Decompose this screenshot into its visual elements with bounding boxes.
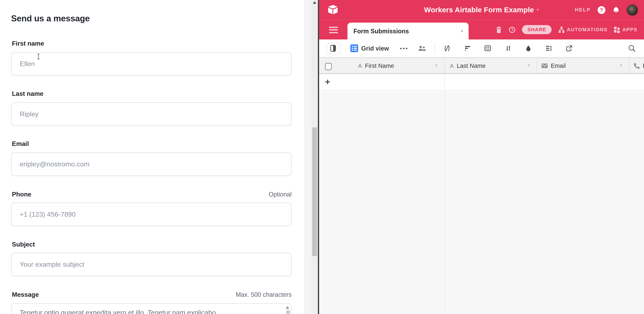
filter-icon[interactable] bbox=[464, 45, 471, 52]
textarea-scroll-up-icon[interactable] bbox=[286, 306, 289, 308]
phone-input[interactable] bbox=[11, 203, 292, 226]
phone-field-type-icon bbox=[633, 62, 640, 69]
contact-form-pane: Send us a message First name Last name E… bbox=[0, 0, 304, 314]
user-avatar[interactable] bbox=[627, 4, 638, 15]
table-tab-caret-icon[interactable]: ▾ bbox=[461, 29, 463, 33]
scrollbar-up-arrow-icon[interactable] bbox=[313, 1, 316, 4]
share-button[interactable]: SHARE bbox=[522, 25, 552, 34]
sidebar-panel-icon bbox=[330, 45, 336, 52]
last-name-input[interactable] bbox=[11, 102, 292, 126]
base-title-caret-icon[interactable]: ▾ bbox=[537, 8, 539, 12]
airtable-topbar: Workers Airtable Form Example ▾ HELP ? bbox=[319, 0, 644, 20]
collaborators-icon[interactable] bbox=[418, 45, 426, 52]
airtable-window: Workers Airtable Form Example ▾ HELP ? F… bbox=[319, 0, 644, 314]
add-row-button[interactable]: + bbox=[325, 77, 330, 86]
subject-label: Subject bbox=[12, 241, 35, 248]
table-tab-form-submissions[interactable]: Form Submissions ▾ bbox=[347, 23, 468, 40]
row-height-icon[interactable] bbox=[545, 45, 552, 52]
message-label: Message bbox=[12, 291, 39, 298]
email-label: Email bbox=[12, 140, 29, 147]
help-question-icon[interactable]: ? bbox=[598, 6, 606, 14]
grid-header-row: A First Name ▾ A Last Name ▾ Email ▾ bbox=[319, 58, 644, 74]
phone-label: Phone bbox=[12, 191, 32, 198]
trash-icon[interactable] bbox=[496, 26, 502, 33]
add-row-row[interactable]: + bbox=[319, 74, 644, 90]
notifications-bell-icon[interactable] bbox=[612, 6, 620, 14]
toolbar-divider bbox=[434, 43, 435, 53]
column-header-last-name[interactable]: A Last Name ▾ bbox=[444, 58, 537, 73]
sidebar-toggle-button[interactable] bbox=[326, 43, 340, 54]
first-name-label: First name bbox=[12, 40, 44, 47]
grid-view-icon[interactable] bbox=[350, 45, 358, 52]
text-field-type-icon: A bbox=[358, 62, 362, 69]
apps-icon bbox=[614, 26, 620, 33]
column-caret-icon[interactable]: ▾ bbox=[620, 63, 622, 67]
message-textarea[interactable]: Tenetur optio quaerat expedita vero et i… bbox=[11, 303, 292, 314]
grid-body bbox=[319, 91, 644, 314]
view-toolbar: Grid view bbox=[319, 40, 644, 58]
column-header-first-name[interactable]: A First Name ▾ bbox=[319, 58, 444, 73]
page-scrollbar-thumb[interactable] bbox=[312, 127, 317, 256]
hide-fields-icon[interactable] bbox=[444, 45, 451, 52]
form-title: Send us a message bbox=[11, 14, 90, 24]
history-icon[interactable] bbox=[508, 26, 516, 34]
airtable-tabbar: Form Submissions ▾ SHARE bbox=[319, 20, 644, 39]
automations-button[interactable]: AUTOMATIONS bbox=[558, 26, 608, 33]
screen: Send us a message First name Last name E… bbox=[0, 0, 644, 314]
column-separator bbox=[444, 74, 445, 90]
email-input[interactable] bbox=[11, 153, 292, 176]
message-text: Tenetur optio quaerat expedita vero et i… bbox=[20, 309, 216, 314]
text-cursor-icon bbox=[38, 54, 39, 59]
column-caret-icon[interactable]: ▾ bbox=[435, 63, 437, 67]
sort-icon[interactable] bbox=[504, 45, 512, 52]
column-header-email[interactable]: Email ▾ bbox=[537, 58, 629, 73]
phone-optional-note: Optional bbox=[268, 191, 292, 198]
textarea-scrollbar-thumb[interactable] bbox=[286, 310, 290, 314]
column-separator bbox=[444, 91, 445, 314]
column-header-phone[interactable]: Phone bbox=[629, 58, 644, 73]
tables-menu-icon[interactable] bbox=[329, 27, 338, 33]
airtable-logo-icon[interactable] bbox=[327, 4, 338, 15]
view-name[interactable]: Grid view bbox=[361, 45, 389, 52]
base-title[interactable]: Workers Airtable Form Example bbox=[424, 6, 534, 14]
subject-input[interactable] bbox=[11, 253, 292, 276]
table-tab-label: Form Submissions bbox=[354, 28, 409, 35]
page-scrollbar-track[interactable] bbox=[311, 0, 318, 314]
help-menu[interactable]: HELP bbox=[575, 7, 590, 13]
page-gutter bbox=[304, 0, 318, 314]
last-name-label: Last name bbox=[12, 90, 44, 97]
first-name-input[interactable] bbox=[11, 52, 292, 76]
share-view-icon[interactable] bbox=[566, 45, 572, 52]
email-field-type-icon bbox=[541, 63, 548, 68]
color-icon[interactable] bbox=[525, 45, 532, 52]
group-icon[interactable] bbox=[484, 45, 491, 52]
search-icon[interactable] bbox=[628, 45, 636, 52]
message-maxchars-note: Max. 500 characters bbox=[236, 291, 292, 298]
apps-button[interactable]: APPS bbox=[614, 26, 638, 33]
view-options-icon[interactable] bbox=[400, 47, 408, 49]
text-field-type-icon: A bbox=[450, 62, 454, 69]
automations-icon bbox=[558, 26, 565, 33]
column-caret-icon[interactable]: ▾ bbox=[528, 63, 530, 67]
